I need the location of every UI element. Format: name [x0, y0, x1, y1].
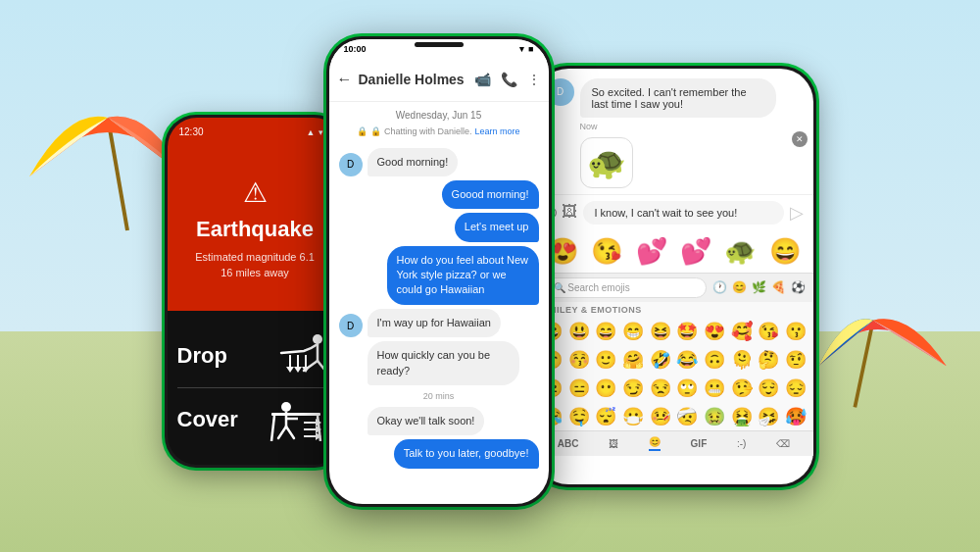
emoji-cell[interactable]: 😆 — [647, 318, 673, 345]
activity-icon[interactable]: ⚽ — [791, 280, 806, 294]
smiley-icon[interactable]: 😊 — [732, 280, 747, 294]
emoji-cell[interactable]: 😄 — [593, 318, 619, 345]
emoji-cell[interactable]: 😶 — [593, 375, 619, 402]
emoji-cell[interactable]: 😚 — [565, 346, 592, 374]
earthquake-subtitle: Estimated magnitude 6.1 16 miles away — [195, 250, 315, 280]
emoji-cell[interactable]: 😗 — [783, 318, 809, 345]
message-row: Let's meet up — [339, 213, 539, 241]
emoji-cell[interactable]: 😑 — [565, 375, 592, 402]
emoji-search-input[interactable]: 🔍 Search emojis — [543, 277, 707, 298]
signal-icon: ■ — [528, 44, 533, 54]
close-attachment-button[interactable]: ✕ — [792, 131, 808, 147]
emoji-cell[interactable]: 🫠 — [728, 346, 755, 374]
phone2-wrapper: 10:00 ▾ ■ ← Danielle Holmes 📹 📞 ⋮ — [326, 36, 552, 507]
emoji-cell[interactable]: 😂 — [674, 346, 701, 374]
message-time: Now — [580, 122, 802, 131]
emoji-cell[interactable]: 🙄 — [674, 375, 701, 402]
emoji-sticker[interactable]: 😄 — [769, 236, 801, 267]
message-row: D I'm way up for Hawaiian — [339, 309, 539, 337]
emoji-sticker[interactable]: 😘 — [591, 236, 622, 267]
emoji-sticker[interactable]: 💕 — [636, 236, 667, 267]
message-bubble: Good morning! — [368, 148, 459, 176]
emoji-keyboard-bottom-bar: ABC 🖼 😊 GIF :-) ⌫ — [535, 430, 813, 456]
emoji-cell[interactable]: 🥰 — [728, 318, 755, 345]
image-icon[interactable]: 🖼 — [562, 203, 577, 222]
messages-list: D Good morning! Goood morning! Let's mee… — [329, 144, 549, 504]
emoji-cell[interactable]: 🤮 — [728, 403, 755, 430]
emoticon-button[interactable]: :-) — [737, 438, 746, 449]
message-bubble: Let's meet up — [455, 213, 539, 241]
video-call-icon[interactable]: 📹 — [474, 72, 491, 87]
search-icon: 🔍 — [554, 282, 568, 293]
emoji-grid: 😀 😃 😄 😁 😆 🤩 😍 🥰 😘 😗 😙 😚 🙂 🤗 — [535, 318, 813, 430]
phone1-time: 12:30 — [179, 126, 204, 137]
emoji-cell[interactable]: 😒 — [647, 375, 673, 402]
emoji-cell[interactable]: 🤣 — [647, 346, 673, 374]
emoji-cell[interactable]: 🤧 — [756, 403, 782, 430]
emoji-cell[interactable]: 🤔 — [756, 346, 782, 374]
messages-header[interactable]: ← Danielle Holmes 📹 📞 ⋮ — [329, 59, 549, 102]
emoji-search-row: 🔍 Search emojis 🕐 😊 🌿 🍕 ⚽ — [535, 274, 813, 302]
emoji-cell[interactable]: 😌 — [756, 375, 782, 402]
emoji-cell[interactable]: 🤗 — [620, 346, 647, 374]
message-input-row: ⊕ 🖼 I know, I can't wait to see you! ▷ — [535, 194, 813, 230]
emoji-cell[interactable]: 😘 — [756, 318, 782, 345]
svg-marker-8 — [302, 367, 310, 373]
earthquake-alert-area: ⚠ Earthquake Estimated magnitude 6.1 16 … — [168, 147, 343, 311]
instruction-divider — [177, 387, 333, 388]
send-button[interactable]: ▷ — [790, 202, 804, 224]
emoji-cell[interactable]: 😃 — [565, 318, 592, 345]
avatar: D — [339, 153, 363, 176]
emoji-sticker[interactable]: 💕 — [680, 236, 711, 267]
phone2-status-icons: ▾ ■ — [519, 44, 533, 54]
emoji-cell[interactable]: 🤥 — [728, 375, 755, 402]
sticker-button[interactable]: 🖼 — [609, 438, 618, 449]
chat-notice: 🔒 🔒 Chatting with Danielle. Learn more — [329, 125, 549, 144]
emoji-cell[interactable]: 😍 — [702, 318, 728, 345]
emoji-cell[interactable]: 🤢 — [702, 403, 728, 430]
emoji-cell[interactable]: 🙃 — [702, 346, 728, 374]
emoji-cell[interactable]: 🤒 — [647, 403, 673, 430]
food-icon[interactable]: 🍕 — [771, 280, 786, 294]
emoji-sticker[interactable]: 🐢 — [724, 236, 756, 267]
backspace-button[interactable]: ⌫ — [776, 438, 790, 449]
emoji-cell[interactable]: 😷 — [620, 403, 647, 430]
emoji-button[interactable]: 😊 — [649, 436, 661, 451]
message-bubble: Okay we'll talk soon! — [368, 407, 485, 435]
emoji-cell[interactable]: 😬 — [702, 375, 728, 402]
signal-icon: ▲ — [307, 127, 316, 137]
svg-point-2 — [313, 334, 322, 344]
emoji-cell[interactable]: 🤨 — [783, 346, 809, 374]
phone2-time: 10:00 — [344, 44, 367, 54]
gif-button[interactable]: GIF — [691, 438, 708, 449]
cover-instruction: Cover — [177, 390, 333, 449]
time-separator: 20 mins — [339, 389, 539, 403]
recent-icon[interactable]: 🕐 — [712, 280, 727, 294]
emoji-cell[interactable]: 🤕 — [674, 403, 701, 430]
emoji-cell[interactable]: 🙂 — [593, 346, 619, 374]
emoji-cell[interactable]: 😏 — [620, 375, 647, 402]
emoji-cell[interactable]: 🤩 — [674, 318, 701, 345]
phone2-device: 10:00 ▾ ■ ← Danielle Holmes 📹 📞 ⋮ — [326, 36, 552, 507]
drop-label: Drop — [177, 343, 227, 369]
emoji-cell[interactable]: 😴 — [593, 403, 619, 430]
phone1-device: 12:30 ▲ ▾ ▮ ⚠ Earthquake Estimated magni… — [165, 115, 346, 468]
phone1-screen: 12:30 ▲ ▾ ▮ ⚠ Earthquake Estimated magni… — [168, 118, 343, 465]
svg-point-9 — [281, 402, 291, 412]
abc-button[interactable]: ABC — [558, 438, 579, 449]
phone-icon[interactable]: 📞 — [501, 72, 517, 87]
emoji-cell[interactable]: 🥵 — [783, 403, 809, 430]
learn-more-link[interactable]: Learn more — [475, 126, 520, 136]
more-options-icon[interactable]: ⋮ — [527, 72, 541, 87]
emoji-cell[interactable]: 😔 — [783, 375, 809, 402]
back-button[interactable]: ← — [337, 71, 353, 88]
attached-emoji: 🐢 — [587, 145, 626, 180]
avatar: D — [339, 314, 363, 337]
emoji-cell[interactable]: 😁 — [620, 318, 647, 345]
cover-label: Cover — [177, 407, 238, 432]
emoji-cell[interactable]: 🤤 — [565, 403, 592, 430]
message-input[interactable]: I know, I can't wait to see you! — [583, 201, 784, 225]
lock-icon: 🔒 — [357, 126, 368, 136]
message-bubble-area: D So excited. I can't remember the last … — [535, 69, 813, 194]
nature-icon[interactable]: 🌿 — [752, 280, 766, 294]
